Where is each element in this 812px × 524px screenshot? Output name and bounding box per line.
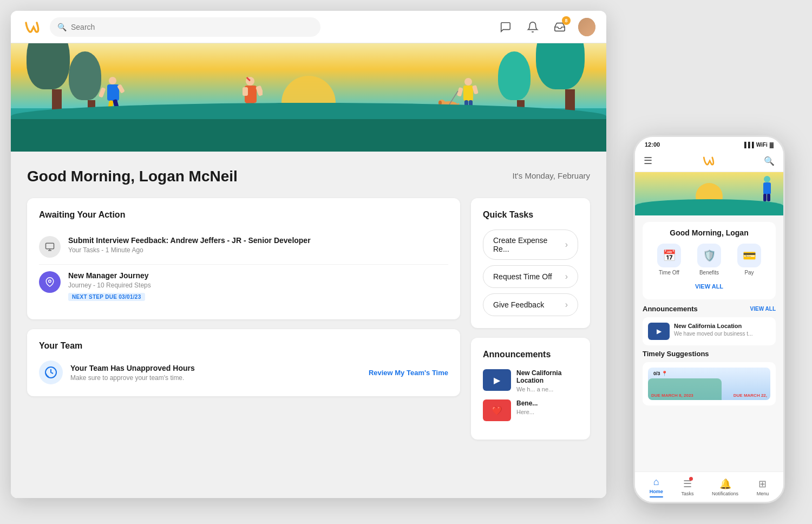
interview-icon (39, 236, 61, 258)
phone-timely-section: Timely Suggestions 0/3 📍 DUE MARCH 8, 20… (643, 350, 776, 405)
awaiting-action-title: Awaiting Your Action (39, 210, 448, 220)
interview-title: Submit Interview Feedback: Andrew Jeffer… (68, 236, 311, 245)
phone-content: Good Morning, Logan 📅 Time Off 🛡️ Benefi… (635, 215, 783, 494)
phone-pay-icon[interactable]: 💳 Pay (737, 244, 761, 276)
home-nav-label: Home (650, 489, 663, 494)
ann-title-0: New California Location (516, 369, 578, 384)
phone-view-all-button[interactable]: VIEW ALL (649, 280, 769, 293)
quick-tasks-title: Quick Tasks (483, 210, 578, 220)
svg-point-16 (464, 78, 472, 86)
search-icon: 🔍 (57, 23, 67, 31)
menu-nav-icon: ⊞ (758, 478, 767, 490)
phone-nav-notifications[interactable]: 🔔 Notifications (712, 478, 738, 496)
action-item-journey[interactable]: New Manager Journey Journey - 10 Require… (39, 265, 448, 307)
inbox-badge: 8 (562, 16, 571, 25)
phone-ann-sub-0: We have moved our business t... (674, 330, 752, 337)
search-bar[interactable]: 🔍 (50, 17, 320, 37)
location-pin-icon: 📍 (662, 371, 667, 376)
signal-icon: ▐▐▐ (742, 142, 754, 148)
svg-point-36 (764, 176, 770, 182)
announcement-item-0[interactable]: ▶ New California Location We h... a ne..… (483, 369, 578, 393)
phone-progress: 0/3 📍 (653, 371, 667, 376)
svg-rect-37 (763, 182, 771, 194)
time-off-label: Time Off (659, 270, 679, 276)
announcement-item-1[interactable]: ❤️ Bene... Here... (483, 399, 578, 421)
give-feedback-label: Give Feedback (493, 300, 544, 309)
ann-sub-0: We h... a ne... (516, 385, 578, 393)
phone-timely-header: Timely Suggestions (643, 350, 776, 358)
benefits-label: Benefits (699, 270, 719, 276)
phone-benefits-icon[interactable]: 🛡️ Benefits (697, 244, 721, 276)
home-nav-icon: ⌂ (653, 476, 659, 488)
team-item-sub: Make sure to approve your team's time. (70, 374, 361, 382)
arrow-icon-1: › (565, 272, 568, 281)
svg-rect-17 (463, 86, 473, 101)
phone-nav-menu[interactable]: ⊞ Menu (757, 478, 769, 496)
svg-point-34 (49, 280, 51, 283)
phone-search-icon[interactable]: 🔍 (764, 156, 775, 166)
ann-thumb-video: ▶ (483, 369, 511, 391)
phone-nav-tasks[interactable]: ☰ Tasks (681, 478, 693, 496)
phone-announcements-section: Announcements VIEW ALL ▶ New California … (643, 305, 776, 345)
time-off-icon-circle: 📅 (657, 244, 681, 267)
ann-thumb-heart: ❤️ (483, 399, 511, 421)
greeting-row: Good Morning, Logan McNeil It's Monday, … (27, 168, 590, 185)
create-expense-label: Create Expense Re... (493, 236, 565, 253)
right-column: Quick Tasks Create Expense Re... › Reque… (471, 198, 590, 440)
request-time-off-button[interactable]: Request Time Off › (483, 265, 578, 288)
phone-ann-card-0[interactable]: ▶ New California Location We have moved … (643, 317, 776, 345)
pay-label: Pay (744, 270, 754, 276)
bell-icon-button[interactable] (524, 18, 541, 36)
search-input[interactable] (71, 23, 313, 31)
svg-rect-38 (763, 194, 767, 201)
team-item[interactable]: Your Team Has Unapproved Hours Make sure… (39, 361, 448, 384)
phone-nav-home[interactable]: ⌂ Home (650, 476, 663, 497)
pay-icon-circle: 💳 (737, 244, 761, 267)
your-team-title: Your Team (39, 341, 448, 351)
user-avatar[interactable] (578, 18, 595, 36)
tasks-nav-icon: ☰ (683, 478, 692, 490)
browser-frame: 🔍 8 (11, 11, 606, 498)
give-feedback-button[interactable]: Give Feedback › (483, 293, 578, 316)
phone-hamburger-icon[interactable]: ☰ (644, 155, 652, 167)
svg-rect-13 (243, 87, 248, 96)
nav-icons: 8 (497, 18, 595, 36)
workday-logo[interactable] (22, 17, 41, 37)
create-expense-button[interactable]: Create Expense Re... › (483, 230, 578, 260)
due-label-2: DUE MARCH 22, (734, 393, 767, 398)
svg-point-0 (109, 77, 116, 84)
phone-timely-chart: 0/3 📍 DUE MARCH 8, 2023 DUE MARCH 22, (648, 368, 770, 400)
wifi-icon: WiFi (756, 142, 768, 148)
status-icons: ▐▐▐ WiFi ▓ (742, 142, 774, 148)
phone-ann-thumb-video: ▶ (648, 323, 670, 340)
inbox-icon-button[interactable]: 8 (551, 18, 568, 36)
announcements-card: Announcements ▶ New California Location … (471, 338, 590, 440)
phone-time-off-icon[interactable]: 📅 Time Off (657, 244, 681, 276)
notifications-nav-label: Notifications (712, 491, 738, 496)
menu-nav-label: Menu (757, 491, 769, 496)
action-item-interview[interactable]: Submit Interview Feedback: Andrew Jeffer… (39, 230, 448, 265)
phone-timely-title: Timely Suggestions (643, 350, 709, 358)
due-label-1: DUE MARCH 8, 2023 (651, 393, 693, 398)
phone-ann-title-0: New California Location (674, 323, 752, 329)
hero-banner (11, 43, 606, 152)
ann-sub-1: Here... (516, 408, 538, 416)
svg-rect-39 (767, 194, 770, 201)
svg-rect-4 (99, 87, 106, 98)
main-content: Good Morning, Logan McNeil It's Monday, … (11, 152, 606, 498)
arrow-icon-0: › (565, 240, 568, 250)
review-link[interactable]: Review My Team's Time (369, 369, 448, 377)
ann-title-1: Bene... (516, 399, 538, 407)
phone-logo[interactable] (700, 153, 716, 168)
mobile-phone-frame: 12:00 ▐▐▐ WiFi ▓ ☰ 🔍 (633, 135, 785, 503)
phone-timely-card: 0/3 📍 DUE MARCH 8, 2023 DUE MARCH 22, (643, 362, 776, 405)
arrow-icon-2: › (565, 300, 568, 310)
phone-greeting-text: Good Morning, Logan (649, 228, 769, 237)
phone-announcements-view-all[interactable]: VIEW ALL (750, 306, 776, 312)
journey-icon (39, 271, 61, 293)
journey-sub: Journey - 10 Required Steps (68, 281, 151, 289)
svg-rect-1 (107, 84, 119, 101)
announcements-title: Announcements (483, 350, 578, 359)
chat-icon-button[interactable] (497, 18, 514, 36)
your-team-card: Your Team Your Team Has Unapproved Hours (27, 329, 460, 396)
